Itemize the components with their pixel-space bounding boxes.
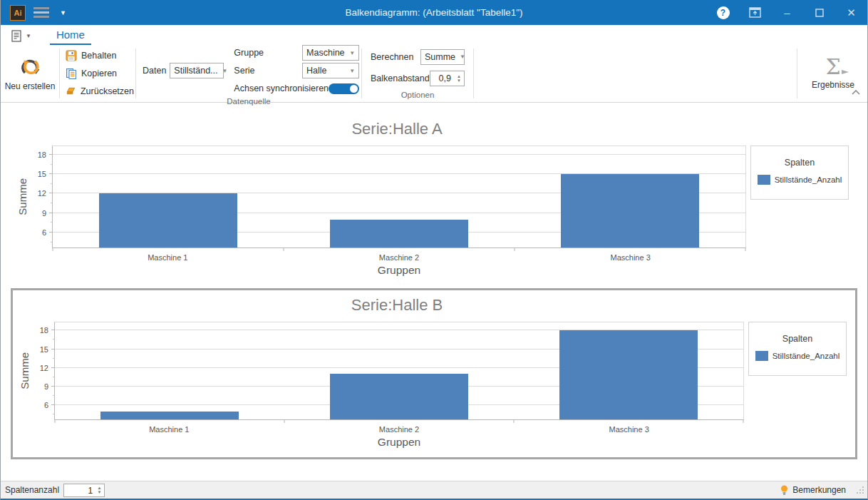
- charts-area: Serie:Halle A Summe 69121518 Maschine 1M…: [1, 103, 867, 481]
- y-tick-label: 18: [40, 326, 48, 335]
- document-menu-button[interactable]: ▼: [11, 30, 31, 45]
- copy-icon: [66, 68, 77, 79]
- chart-panel-halle-b[interactable]: Serie:Halle B Summe 69121518 Maschine 1M…: [11, 288, 857, 459]
- chevron-down-icon: ▼: [345, 50, 355, 56]
- chart-title: Serie:Halle B: [50, 296, 744, 315]
- chevron-up-icon: [852, 90, 860, 95]
- gruppe-select[interactable]: Maschine ▼: [302, 45, 359, 61]
- y-tick-label: 15: [40, 345, 48, 354]
- legend-item: Stillstände_Anzahl: [758, 175, 842, 185]
- maximize-icon: [815, 9, 824, 17]
- lightbulb-icon: [780, 485, 788, 496]
- legend-swatch: [758, 175, 770, 185]
- gruppe-select-value: Maschine: [306, 48, 345, 58]
- y-tickmark-minor: [53, 339, 55, 340]
- gruppe-label: Gruppe: [234, 48, 302, 58]
- statusbar: Spaltenanzahl 1 ▲▼ Bemerkungen: [1, 481, 867, 499]
- minimize-button[interactable]: –: [771, 0, 803, 25]
- ribbon-separator: [361, 49, 362, 98]
- gridline: [53, 154, 745, 155]
- chevron-down-icon: ▼: [218, 68, 228, 74]
- legend[interactable]: Spalten Stillstände_Anzahl: [748, 322, 847, 376]
- y-tickmark: [51, 367, 55, 368]
- data-select[interactable]: Stillständ... ▼: [170, 63, 224, 78]
- y-tick-label: 6: [42, 228, 46, 237]
- y-tickmark-minor: [51, 183, 53, 184]
- y-axis-title: Summe: [15, 146, 29, 248]
- spinner-arrows-icon[interactable]: ▲▼: [95, 484, 104, 496]
- bargap-label: Balkenabstand: [371, 73, 430, 83]
- spinner-arrows-icon[interactable]: ▲▼: [454, 71, 464, 86]
- legend-swatch: [755, 351, 768, 361]
- bar-maschine-2[interactable]: [330, 374, 467, 419]
- copy-button[interactable]: Kopieren: [66, 66, 134, 81]
- options-caption: Optionen: [363, 90, 472, 102]
- keep-button[interactable]: Behalten: [66, 48, 134, 63]
- calc-label: Berechnen: [371, 52, 420, 62]
- bar-maschine-2[interactable]: [330, 220, 468, 248]
- ribbon-body: Neu erstellen Behalten: [1, 45, 867, 102]
- chart-panel-halle-a[interactable]: Serie:Halle A Summe 69121518 Maschine 1M…: [11, 113, 857, 284]
- legend-series-label: Stillstände_Anzahl: [775, 175, 842, 184]
- legend-title: Spalten: [751, 158, 848, 168]
- maximize-button[interactable]: [803, 0, 835, 25]
- sync-axes-toggle[interactable]: [329, 83, 359, 94]
- legend-title: Spalten: [749, 334, 846, 344]
- save-icon: [66, 50, 77, 61]
- help-button[interactable]: ?: [707, 0, 739, 25]
- y-tick-label: 12: [40, 364, 48, 372]
- app-logo-icon[interactable]: Ai: [10, 5, 26, 21]
- y-tickmark-minor: [51, 242, 53, 243]
- x-tick-label: Maschine 2: [379, 425, 419, 434]
- columns-value: 1: [64, 484, 95, 496]
- x-tick-label: Maschine 1: [149, 425, 189, 434]
- menu-icon[interactable]: [33, 7, 49, 18]
- serie-label: Serie: [234, 66, 302, 76]
- x-tick-label: Maschine 2: [379, 253, 419, 262]
- quick-access-dropdown-icon[interactable]: ▼: [60, 9, 66, 16]
- bargap-spinner[interactable]: 0,9 ▲▼: [430, 71, 465, 86]
- legend[interactable]: Spalten Stillstände_Anzahl: [750, 146, 849, 200]
- sync-axes-label: Achsen synchronisieren: [234, 83, 329, 93]
- chevron-down-icon: ▼: [345, 68, 355, 74]
- y-tickmark-minor: [51, 203, 53, 203]
- ribbon-spacer: [475, 45, 795, 102]
- bar-maschine-1[interactable]: [99, 193, 237, 248]
- x-axis-title: Gruppen: [52, 264, 746, 281]
- chevron-down-icon: ▼: [26, 33, 31, 39]
- new-create-button[interactable]: Neu erstellen: [2, 45, 58, 102]
- titlebar: Ai ▼ Balkendiagramm: (Arbeitsblatt "Tabe…: [1, 0, 867, 25]
- columns-spinner[interactable]: 1 ▲▼: [63, 484, 105, 497]
- ribbon-separator: [59, 49, 60, 98]
- dock-window-button[interactable]: [739, 0, 771, 25]
- help-icon: ?: [717, 6, 730, 19]
- legend-item: Stillstände_Anzahl: [755, 351, 840, 361]
- collapse-ribbon-button[interactable]: [852, 85, 860, 98]
- resize-grip[interactable]: [856, 486, 864, 494]
- y-tickmark: [51, 330, 55, 330]
- app-window: Ai ▼ Balkendiagramm: (Arbeitsblatt "Tabe…: [0, 0, 868, 500]
- remarks-button[interactable]: Bemerkungen: [792, 485, 846, 495]
- y-axis-title: Summe: [17, 322, 31, 420]
- tab-home[interactable]: Home: [50, 29, 91, 45]
- bar-maschine-3[interactable]: [561, 174, 699, 248]
- reset-button[interactable]: Zurücksetzen: [66, 83, 134, 99]
- bar-maschine-3[interactable]: [559, 330, 697, 419]
- group-actions: Behalten Kopieren Zurücksetzen: [61, 45, 134, 102]
- data-label: Daten: [143, 66, 166, 76]
- bar-maschine-1[interactable]: [100, 412, 238, 419]
- chevron-down-icon: ▼: [455, 53, 465, 60]
- calc-select[interactable]: Summe ▼: [420, 49, 465, 65]
- group-datasource: Daten Stillständ... ▼ Gruppe Maschine ▼: [138, 45, 360, 102]
- plot-area[interactable]: 69121518: [54, 322, 744, 420]
- refresh-arrows-icon: [18, 56, 42, 78]
- y-tick-label: 9: [44, 382, 48, 391]
- plot-area[interactable]: 69121518: [52, 146, 746, 248]
- close-button[interactable]: ✕: [835, 0, 867, 25]
- x-tick-labels: Maschine 1Maschine 2Maschine 3: [54, 420, 744, 436]
- dock-window-icon: [749, 7, 761, 18]
- sigma-icon: Σ: [825, 57, 840, 77]
- y-tickmark-minor: [51, 164, 53, 165]
- serie-select[interactable]: Halle ▼: [302, 63, 359, 78]
- x-tick-label: Maschine 1: [148, 253, 187, 262]
